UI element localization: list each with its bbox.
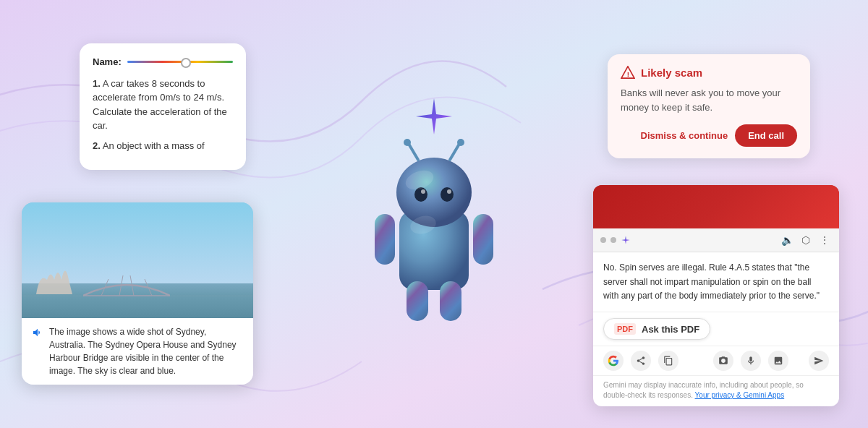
google-search-icon[interactable] [603,351,624,371]
scam-title-text: Likely scam [641,67,702,79]
scam-body-text: Banks will never ask you to move your mo… [621,86,797,114]
browser-action-bar [593,346,839,375]
mic-icon[interactable] [741,351,761,371]
svg-point-17 [441,187,454,202]
header-background [593,185,839,228]
ask-pdf-button[interactable]: PDF Ask this PDF [603,318,710,340]
dismiss-button[interactable]: Dismiss & continue [641,126,728,145]
svg-rect-9 [407,281,428,321]
svg-point-13 [404,139,411,146]
svg-line-14 [450,144,459,160]
sydney-image [22,202,253,318]
browser-toolbar: 🔈 ⬡ ⋮ [593,228,839,252]
send-icon[interactable] [809,351,829,371]
quiz-item-2-num: 2. [93,140,101,151]
audio-icon [32,327,43,338]
camera-icon[interactable] [713,351,733,371]
quiz-item-1-text: A car takes 8 seconds to accelerate from… [93,78,227,132]
water [22,296,253,318]
svg-line-12 [409,144,418,160]
volume-icon[interactable]: 🔈 [780,233,794,247]
spin-serve-text: No. Spin serves are illegal. Rule 4.A.5 … [603,262,820,300]
quiz-item-1-num: 1. [93,78,101,89]
android-body [362,131,506,333]
svg-rect-7 [473,214,493,265]
more-options-icon[interactable]: ⋮ [817,233,832,247]
browser-footer: Gemini may display inaccurate info, incl… [593,375,839,406]
share-icon[interactable] [631,351,651,371]
ask-pdf-bar[interactable]: PDF Ask this PDF [593,312,839,346]
quiz-card: Name: 1. A car takes 8 seconds to accele… [80,43,246,170]
browser-content-text: No. Spin serves are illegal. Rule 4.A.5 … [593,252,839,312]
scam-buttons: Dismiss & continue End call [621,124,797,147]
toolbar-dot-1 [600,237,606,243]
name-underline [127,61,233,63]
ask-pdf-label: Ask this PDF [642,324,699,335]
quiz-item-1: 1. A car takes 8 seconds to accelerate f… [93,77,233,133]
gemini-star-icon [412,95,456,138]
end-call-button[interactable]: End call [735,124,797,147]
svg-rect-10 [440,281,461,321]
scam-warning-card: ! Likely scam Banks will never ask you t… [608,54,810,158]
name-label: Name: [93,55,122,69]
browser-header-image [593,185,839,228]
svg-rect-6 [375,214,395,265]
quiz-item-2: 2. An object with a mass of [93,139,233,153]
svg-point-19 [447,189,451,194]
footer-link[interactable]: Your privacy & Gemini Apps [695,391,785,399]
toolbar-dot-2 [610,237,616,243]
quiz-item-2-text: An object with a mass of [103,140,205,151]
pdf-icon-label: PDF [614,323,636,335]
quiz-name-row: Name: [93,55,233,69]
gemini-toolbar-icon [621,235,631,245]
svg-point-11 [396,158,472,227]
image-icon[interactable] [768,351,788,371]
sydney-caption: The image shows a wide shot of Sydney, A… [22,318,253,385]
svg-text:!: ! [627,70,629,78]
browser-pdf-card: 🔈 ⬡ ⋮ No. Spin serves are illegal. Rule … [593,185,839,406]
sydney-caption-text: The image shows a wide shot of Sydney, A… [49,325,243,377]
svg-point-15 [457,139,464,146]
copy-icon[interactable] [658,351,678,371]
sydney-card: The image shows a wide shot of Sydney, A… [22,202,253,385]
warning-triangle-icon: ! [621,66,635,79]
svg-point-18 [421,189,425,194]
scam-title: ! Likely scam [621,66,797,79]
android-mascot-container [362,95,506,333]
external-link-icon[interactable]: ⬡ [799,233,813,247]
